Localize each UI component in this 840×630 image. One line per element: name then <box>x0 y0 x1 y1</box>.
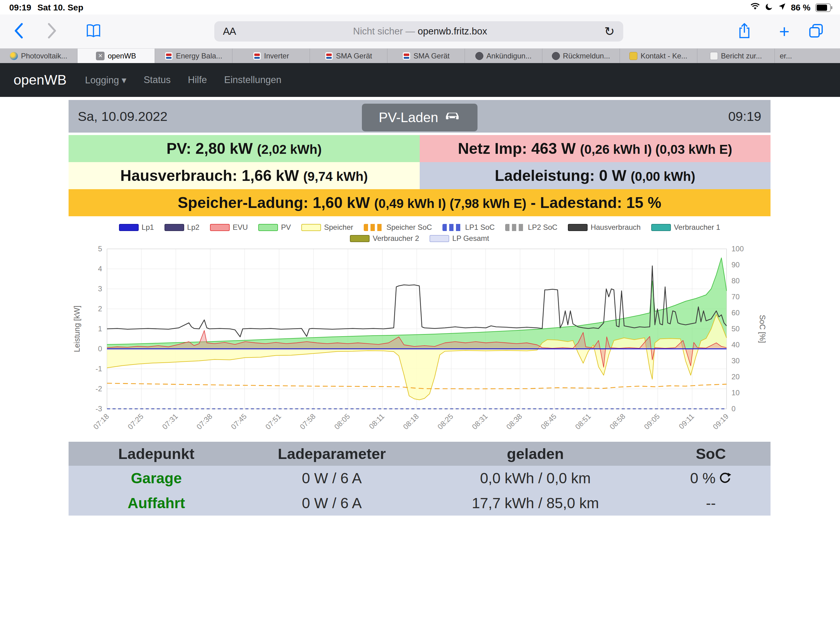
browser-tab[interactable]: SMA Gerät <box>310 49 387 63</box>
browser-tab[interactable]: Ankündigun... <box>465 49 542 63</box>
browser-tab[interactable]: Energy Bala... <box>155 49 232 63</box>
svg-text:30: 30 <box>731 356 740 365</box>
svg-text:2: 2 <box>98 304 102 313</box>
legend-item: EVU <box>210 223 248 232</box>
legend-label: Speicher SoC <box>387 223 432 232</box>
browser-tab[interactable]: Kontakt - Ke... <box>620 49 697 63</box>
nav-menu: Logging ▾StatusHilfeEinstellungen <box>85 74 282 86</box>
svg-text:Leistung [kW]: Leistung [kW] <box>73 306 81 352</box>
svg-text:07:45: 07:45 <box>229 412 248 431</box>
back-button[interactable] <box>14 23 24 40</box>
svg-text:100: 100 <box>731 245 744 253</box>
battery-percent: 86 % <box>791 3 810 13</box>
tab-close-icon[interactable]: × <box>96 52 104 60</box>
forward-button[interactable] <box>47 23 57 40</box>
browser-tab[interactable]: SMA Gerät <box>387 49 465 63</box>
url-text: Nicht sicher — openwb.fritz.box <box>236 26 604 37</box>
svg-text:10: 10 <box>731 388 740 397</box>
soc-refresh-icon[interactable] <box>718 472 731 485</box>
tab-title: Inverter <box>264 52 289 60</box>
chargepoint-params: 0 W / 6 A <box>244 466 420 491</box>
browser-tab[interactable]: ×openWB <box>77 49 155 63</box>
svg-text:-1: -1 <box>96 364 102 373</box>
legend-swatch <box>364 224 384 231</box>
nav-item-hilfe[interactable]: Hilfe <box>188 74 207 86</box>
chargepoint-charged: 0,0 kWh / 0,0 km <box>420 466 651 491</box>
chart-svg: 543210-1-2-307:1807:2507:3107:3807:4507:… <box>69 245 771 437</box>
svg-text:-2: -2 <box>96 385 102 393</box>
svg-text:09:05: 09:05 <box>642 412 662 431</box>
svg-text:07:58: 07:58 <box>298 412 317 431</box>
legend-label: Lp2 <box>187 223 199 232</box>
ios-status-bar: 09:19 Sat 10. Sep 86 % <box>0 0 840 14</box>
svg-text:0: 0 <box>731 405 736 413</box>
soc-value: -- <box>651 495 771 511</box>
sma-favicon-icon <box>403 52 411 60</box>
svg-text:-3: -3 <box>96 405 102 413</box>
svg-text:08:31: 08:31 <box>470 412 489 431</box>
legend-item: LP1 SoC <box>442 223 495 232</box>
summary-house-detail: (9,74 kWh) <box>303 163 368 190</box>
browser-tab[interactable]: Bericht zur... <box>697 49 775 63</box>
tab-title: Rückmeldun... <box>563 52 610 60</box>
summary-grid: PV: 2,80 kW(2,02 kWh)Netz Imp: 463 W(0,2… <box>69 135 771 216</box>
tab-bar: Photovoltaik...×openWBEnergy Bala...Inve… <box>0 49 840 63</box>
status-time: 09:19 <box>9 3 32 13</box>
legend-item: Lp1 <box>119 223 154 232</box>
summary-battery-tail: - Ladestand: 15 % <box>531 189 662 216</box>
svg-text:SoC [%]: SoC [%] <box>758 315 767 343</box>
legend-label: Hausverbrauch <box>591 223 641 232</box>
legend-swatch <box>164 224 184 231</box>
legend-row: Lp1Lp2EVUPVSpeicherSpeicher SoCLP1 SoCLP… <box>69 223 771 232</box>
browser-tab[interactable]: er... <box>775 49 840 63</box>
sma-favicon-icon <box>165 52 173 60</box>
svg-text:50: 50 <box>731 324 740 333</box>
chargepoint-charged: 17,7 kWh / 85,0 km <box>420 491 651 516</box>
svg-text:09:11: 09:11 <box>677 412 695 431</box>
legend-label: Speicher <box>324 223 353 232</box>
svg-text:07:51: 07:51 <box>264 412 283 431</box>
summary-charge: Ladeleistung: 0 W(0,00 kWh) <box>420 162 771 189</box>
browser-tab[interactable]: Rückmeldun... <box>542 49 620 63</box>
legend-item: LP Gesamt <box>429 234 489 243</box>
share-button[interactable] <box>737 22 752 41</box>
security-label: Nicht sicher — <box>353 26 415 36</box>
tabs-button[interactable] <box>808 23 824 40</box>
tab-title: SMA Gerät <box>414 52 450 60</box>
table-header-soc: SoC <box>651 442 771 466</box>
reader-button[interactable]: AA <box>223 25 236 37</box>
legend-label: LP1 SoC <box>465 223 495 232</box>
tab-title: er... <box>780 52 792 60</box>
bookmarks-icon[interactable] <box>85 24 101 40</box>
legend-item: Verbraucher 1 <box>651 223 720 232</box>
svg-text:20: 20 <box>731 372 740 381</box>
nav-item-einstellungen[interactable]: Einstellungen <box>224 74 281 86</box>
svg-text:70: 70 <box>731 293 740 301</box>
tab-title: openWB <box>107 52 136 60</box>
address-bar[interactable]: AA Nicht sicher — openwb.fritz.box ↻ <box>214 21 623 41</box>
svg-text:08:05: 08:05 <box>333 412 352 431</box>
nav-item-status[interactable]: Status <box>144 74 171 86</box>
summary-battery-value: Speicher-Ladung: 1,60 kW <box>178 189 370 216</box>
url-host: openwb.fritz.box <box>418 26 487 36</box>
svg-text:08:25: 08:25 <box>436 412 455 431</box>
svg-text:08:58: 08:58 <box>608 412 627 431</box>
summary-house: Hausverbrauch: 1,66 kW(9,74 kWh) <box>69 162 420 189</box>
reload-button[interactable]: ↻ <box>604 25 615 38</box>
tab-title: Energy Bala... <box>176 52 222 60</box>
charge-mode-button[interactable]: PV-Laden <box>362 104 477 131</box>
browser-tab[interactable]: Inverter <box>232 49 310 63</box>
summary-house-value: Hausverbrauch: 1,66 kW <box>120 162 299 189</box>
legend-row: Verbraucher 2LP Gesamt <box>69 234 771 243</box>
brand-openwb[interactable]: openWB <box>14 72 67 88</box>
legend-swatch <box>210 224 230 231</box>
status-date: Sat 10. Sep <box>38 3 83 13</box>
location-icon <box>778 3 786 13</box>
safari-toolbar: AA Nicht sicher — openwb.fritz.box ↻ + <box>0 14 840 49</box>
legend-swatch <box>568 224 587 231</box>
browser-tab[interactable]: Photovoltaik... <box>0 49 77 63</box>
chargepoint-soc: 0 % <box>651 466 771 491</box>
nav-item-logging[interactable]: Logging ▾ <box>85 74 127 86</box>
svg-text:07:38: 07:38 <box>195 412 214 431</box>
new-tab-button[interactable]: + <box>779 22 789 40</box>
